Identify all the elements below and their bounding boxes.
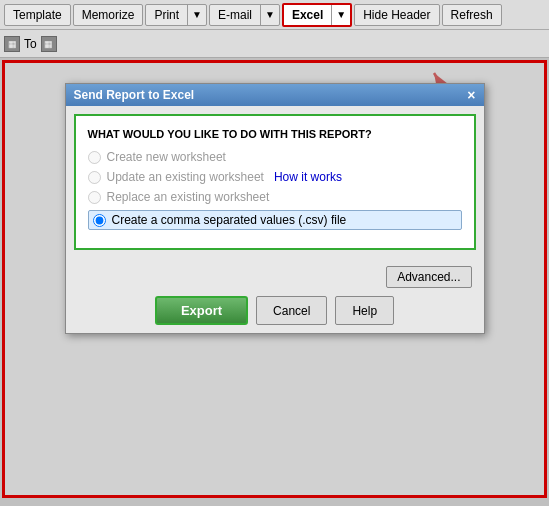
option-csv: Create a comma separated values (.csv) f… xyxy=(88,210,462,230)
how-it-works-link[interactable]: How it works xyxy=(274,170,342,184)
to-label: To xyxy=(24,37,37,51)
excel-main[interactable]: Excel xyxy=(284,5,332,25)
email-main[interactable]: E-mail xyxy=(210,5,261,25)
dialog-question: WHAT WOULD YOU LIKE TO DO WITH THIS REPO… xyxy=(88,128,462,140)
print-arrow[interactable]: ▼ xyxy=(188,5,206,25)
option-replace-label: Replace an existing worksheet xyxy=(107,190,270,204)
template-button[interactable]: Template xyxy=(4,4,71,26)
dialog-footer: Advanced... Export Cancel Help xyxy=(66,258,484,333)
option-replace-existing: Replace an existing worksheet xyxy=(88,190,462,204)
toolbar-row2: ▦ To ▦ xyxy=(0,30,549,58)
dialog-send-report: Send Report to Excel × WHAT WOULD YOU LI… xyxy=(65,83,485,334)
advanced-button[interactable]: Advanced... xyxy=(386,266,471,288)
option-update-label: Update an existing worksheet xyxy=(107,170,264,184)
hide-header-button[interactable]: Hide Header xyxy=(354,4,439,26)
excel-split-button: Excel ▼ xyxy=(282,3,352,27)
dialog-title: Send Report to Excel xyxy=(74,88,195,102)
option-update-existing: Update an existing worksheet How it work… xyxy=(88,170,462,184)
export-button[interactable]: Export xyxy=(155,296,248,325)
date-from-field: ▦ xyxy=(4,36,20,52)
excel-arrow[interactable]: ▼ xyxy=(332,5,350,25)
option-csv-label: Create a comma separated values (.csv) f… xyxy=(112,213,347,227)
dialog-action-row: Export Cancel Help xyxy=(78,296,472,325)
dialog-close-button[interactable]: × xyxy=(467,88,475,102)
help-button[interactable]: Help xyxy=(335,296,394,325)
radio-update-existing[interactable] xyxy=(88,171,101,184)
radio-replace-existing[interactable] xyxy=(88,191,101,204)
calendar-icon: ▦ xyxy=(4,36,20,52)
dialog-body: WHAT WOULD YOU LIKE TO DO WITH THIS REPO… xyxy=(74,114,476,250)
cancel-button[interactable]: Cancel xyxy=(256,296,327,325)
email-arrow[interactable]: ▼ xyxy=(261,5,279,25)
date-to-field: ▦ xyxy=(41,36,57,52)
modal-overlay: Send Report to Excel × WHAT WOULD YOU LI… xyxy=(5,63,544,495)
radio-create-new[interactable] xyxy=(88,151,101,164)
toolbar-row1: Template Memorize Print ▼ E-mail ▼ Excel… xyxy=(0,0,549,30)
option-create-new-label: Create new worksheet xyxy=(107,150,226,164)
main-area: Send Report to Excel × WHAT WOULD YOU LI… xyxy=(2,60,547,498)
refresh-button[interactable]: Refresh xyxy=(442,4,502,26)
dialog-titlebar: Send Report to Excel × xyxy=(66,84,484,106)
print-split-button: Print ▼ xyxy=(145,4,207,26)
memorize-button[interactable]: Memorize xyxy=(73,4,144,26)
option-create-new: Create new worksheet xyxy=(88,150,462,164)
radio-csv[interactable] xyxy=(93,214,106,227)
print-main[interactable]: Print xyxy=(146,5,188,25)
email-split-button: E-mail ▼ xyxy=(209,4,280,26)
calendar-icon2: ▦ xyxy=(41,36,57,52)
